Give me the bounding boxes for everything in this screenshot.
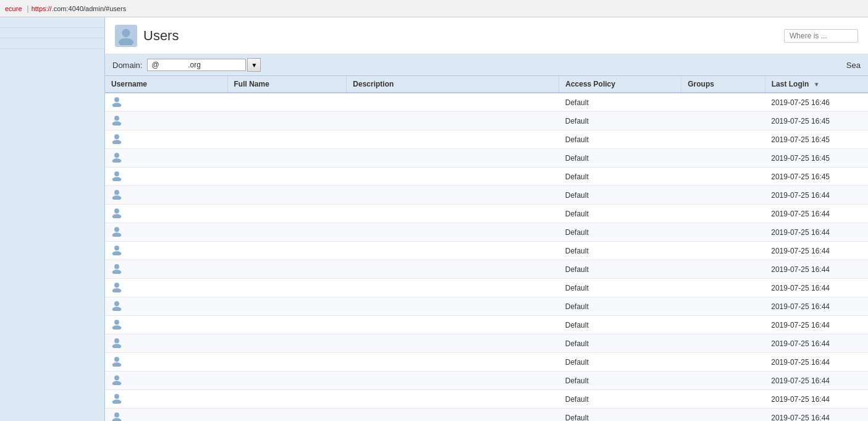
domain-input[interactable] bbox=[147, 59, 246, 71]
cell-username bbox=[105, 297, 227, 316]
cell-description bbox=[347, 409, 559, 422]
cell-description bbox=[347, 149, 559, 168]
col-header-groups[interactable]: Groups bbox=[681, 76, 765, 93]
table-row[interactable]: Default2019-07-25 16:44 bbox=[105, 353, 868, 372]
cell-description bbox=[347, 112, 559, 130]
table-row[interactable]: Default2019-07-25 16:44 bbox=[105, 390, 868, 409]
cell-access-policy: Default bbox=[559, 205, 681, 223]
cell-groups bbox=[681, 316, 765, 334]
cell-description bbox=[347, 205, 559, 223]
cell-groups bbox=[681, 186, 765, 205]
cell-username bbox=[105, 353, 227, 372]
cell-username bbox=[105, 390, 227, 409]
cell-groups bbox=[681, 93, 765, 112]
col-header-username[interactable]: Username bbox=[105, 76, 227, 93]
svg-point-4 bbox=[114, 116, 119, 121]
cell-access-policy: Default bbox=[559, 316, 681, 334]
cell-groups bbox=[681, 149, 765, 168]
cell-fullname bbox=[227, 112, 347, 130]
svg-point-27 bbox=[112, 325, 122, 330]
separator: | bbox=[27, 4, 29, 13]
domain-label: Domain: bbox=[112, 61, 142, 70]
col-header-description[interactable]: Description bbox=[347, 76, 559, 93]
cell-username bbox=[105, 334, 227, 353]
table-row[interactable]: Default2019-07-25 16:44 bbox=[105, 242, 868, 260]
svg-point-20 bbox=[114, 264, 119, 269]
cell-username bbox=[105, 205, 227, 223]
table-row[interactable]: Default2019-07-25 16:44 bbox=[105, 279, 868, 297]
cell-access-policy: Default bbox=[559, 223, 681, 242]
user-avatar-icon bbox=[111, 355, 122, 368]
sidebar bbox=[0, 17, 105, 421]
cell-access-policy: Default bbox=[559, 297, 681, 316]
cell-groups bbox=[681, 205, 765, 223]
domain-dropdown-button[interactable]: ▼ bbox=[247, 58, 261, 72]
url-text: .com:4040/admin/#users bbox=[52, 5, 126, 12]
page-title: Users bbox=[143, 28, 179, 44]
cell-description bbox=[347, 242, 559, 260]
table-row[interactable]: Default2019-07-25 16:44 bbox=[105, 372, 868, 390]
cell-description bbox=[347, 130, 559, 149]
user-avatar-icon bbox=[111, 281, 122, 294]
user-avatar-icon bbox=[111, 318, 122, 331]
col-header-access-policy[interactable]: Access Policy bbox=[559, 76, 681, 93]
table-row[interactable]: Default2019-07-25 16:44 bbox=[105, 334, 868, 353]
svg-point-37 bbox=[112, 418, 122, 421]
col-header-fullname[interactable]: Full Name bbox=[227, 76, 347, 93]
table-row[interactable]: Default2019-07-25 16:46 bbox=[105, 93, 868, 112]
table-row[interactable]: Default2019-07-25 16:45 bbox=[105, 130, 868, 149]
svg-point-9 bbox=[112, 158, 122, 163]
cell-fullname bbox=[227, 223, 347, 242]
svg-point-5 bbox=[112, 121, 122, 125]
cell-username bbox=[105, 93, 227, 112]
cell-groups bbox=[681, 334, 765, 353]
cell-groups bbox=[681, 168, 765, 186]
sidebar-item-1[interactable] bbox=[0, 17, 104, 28]
user-avatar-icon bbox=[111, 114, 122, 127]
cell-username bbox=[105, 186, 227, 205]
table-row[interactable]: Default2019-07-25 16:44 bbox=[105, 409, 868, 422]
cell-groups bbox=[681, 112, 765, 130]
svg-point-8 bbox=[114, 153, 119, 158]
cell-username bbox=[105, 409, 227, 422]
table-row[interactable]: Default2019-07-25 16:44 bbox=[105, 223, 868, 242]
where-search-input[interactable] bbox=[784, 29, 858, 43]
table-row[interactable]: Default2019-07-25 16:45 bbox=[105, 168, 868, 186]
cell-fullname bbox=[227, 260, 347, 279]
cell-groups bbox=[681, 297, 765, 316]
sidebar-item-2[interactable] bbox=[0, 28, 104, 38]
table-row[interactable]: Default2019-07-25 16:44 bbox=[105, 205, 868, 223]
cell-access-policy: Default bbox=[559, 279, 681, 297]
cell-username bbox=[105, 223, 227, 242]
svg-point-14 bbox=[114, 208, 119, 213]
cell-fullname bbox=[227, 390, 347, 409]
svg-point-3 bbox=[112, 103, 122, 107]
cell-access-policy: Default bbox=[559, 112, 681, 130]
sidebar-item-3[interactable] bbox=[0, 38, 104, 49]
user-avatar-icon bbox=[111, 170, 122, 183]
svg-point-6 bbox=[114, 134, 119, 139]
svg-point-24 bbox=[114, 301, 119, 306]
sort-arrow-icon: ▼ bbox=[814, 81, 820, 88]
user-avatar-icon bbox=[111, 96, 122, 109]
users-table: Username Full Name Description Access Po… bbox=[105, 76, 868, 421]
cell-description bbox=[347, 316, 559, 334]
table-row[interactable]: Default2019-07-25 16:44 bbox=[105, 297, 868, 316]
cell-description bbox=[347, 279, 559, 297]
cell-access-policy: Default bbox=[559, 409, 681, 422]
table-row[interactable]: Default2019-07-25 16:44 bbox=[105, 316, 868, 334]
svg-point-26 bbox=[114, 320, 119, 325]
cell-description bbox=[347, 353, 559, 372]
cell-username bbox=[105, 316, 227, 334]
user-avatar-icon bbox=[111, 244, 122, 257]
user-avatar-icon bbox=[111, 337, 122, 350]
cell-access-policy: Default bbox=[559, 186, 681, 205]
table-row[interactable]: Default2019-07-25 16:45 bbox=[105, 149, 868, 168]
cell-groups bbox=[681, 260, 765, 279]
cell-fullname bbox=[227, 316, 347, 334]
svg-point-15 bbox=[112, 214, 122, 218]
table-row[interactable]: Default2019-07-25 16:44 bbox=[105, 186, 868, 205]
table-row[interactable]: Default2019-07-25 16:45 bbox=[105, 112, 868, 130]
col-header-last-login[interactable]: Last Login ▼ bbox=[765, 76, 868, 93]
table-row[interactable]: Default2019-07-25 16:44 bbox=[105, 260, 868, 279]
